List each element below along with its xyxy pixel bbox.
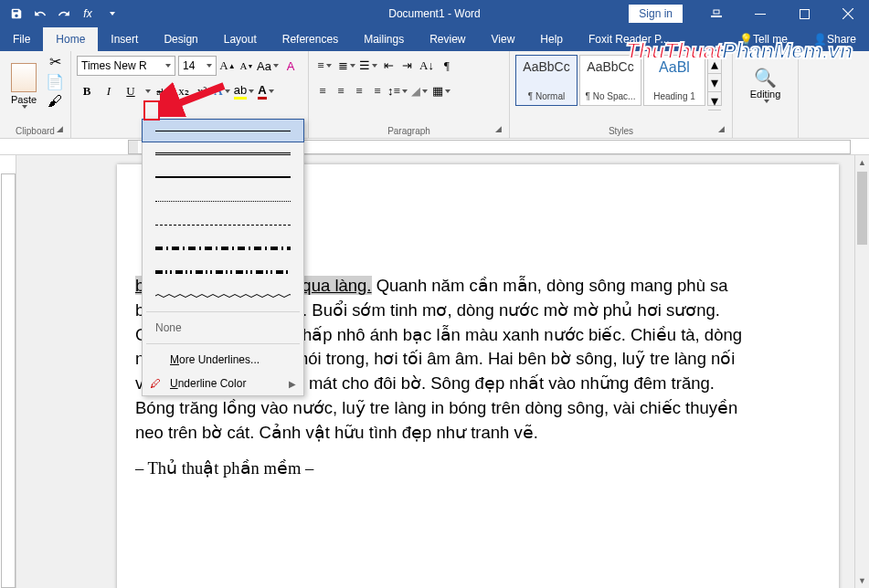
save-icon[interactable] — [5, 3, 27, 25]
tab-layout[interactable]: Layout — [211, 27, 270, 51]
shrink-font-icon[interactable]: A▼ — [238, 56, 255, 76]
highlight-color-button[interactable]: ab — [234, 81, 254, 101]
increase-indent-icon[interactable]: ⇥ — [398, 56, 415, 76]
font-name-combo[interactable]: Times New R — [77, 56, 175, 76]
group-editing: 🔍 Editing — [733, 51, 799, 138]
style-normal[interactable]: AaBbCc ¶ Normal — [515, 55, 578, 106]
svg-rect-2 — [755, 14, 766, 15]
editing-button[interactable]: 🔍 Editing — [738, 53, 792, 117]
cut-icon[interactable]: ✂ — [46, 53, 64, 69]
underline-button[interactable]: U — [121, 81, 141, 101]
share-button[interactable]: 👤 Share — [800, 27, 869, 51]
close-icon[interactable] — [827, 0, 869, 27]
tab-help[interactable]: Help — [527, 27, 576, 51]
styles-group-label: Styles — [510, 126, 732, 136]
tab-insert[interactable]: Insert — [98, 27, 151, 51]
change-case-button[interactable]: Aa — [258, 56, 278, 76]
tab-file[interactable]: File — [0, 27, 43, 51]
underline-dropdown-button[interactable] — [143, 81, 152, 101]
scroll-thumb[interactable] — [857, 172, 867, 245]
ruler-horizontal[interactable] — [0, 139, 869, 155]
grow-font-icon[interactable]: A▲ — [219, 56, 236, 76]
svg-rect-0 — [711, 16, 722, 17]
maximize-icon[interactable] — [783, 0, 825, 27]
underline-style-dotted[interactable] — [143, 189, 303, 213]
line-spacing-button[interactable]: ↕≡ — [387, 81, 408, 101]
fx-icon[interactable]: fx — [77, 3, 99, 25]
undo-icon[interactable] — [29, 3, 51, 25]
subscript-button[interactable]: x₂ — [175, 81, 192, 101]
submenu-arrow-icon: ▶ — [289, 379, 296, 389]
group-clipboard: Paste ✂ 📄 🖌 Clipboard ◢ — [0, 51, 71, 138]
multilevel-button[interactable]: ☰ — [358, 56, 378, 76]
shading-button[interactable]: ◢ — [409, 81, 429, 101]
underline-color[interactable]: 🖊 Underline Color ▶ — [143, 372, 303, 395]
group-paragraph: ≡ ≣ ☰ ⇤ ⇥ A↓ ¶ ≡ ≡ ≡ ≡ ↕≡ ◢ ▦ Paragraph … — [309, 51, 510, 138]
numbering-button[interactable]: ≣ — [336, 56, 356, 76]
ruler-vertical[interactable] — [0, 155, 16, 588]
tab-review[interactable]: Review — [417, 27, 478, 51]
vertical-scrollbar[interactable]: ▲ ▼ — [854, 155, 869, 588]
scroll-up-icon[interactable]: ▲ — [855, 155, 869, 170]
minimize-icon[interactable] — [739, 0, 781, 27]
paste-button[interactable]: Paste — [5, 53, 42, 119]
underline-more[interactable]: More Underlines... — [143, 348, 303, 372]
italic-button[interactable]: I — [99, 81, 119, 101]
quick-access-toolbar: fx — [0, 3, 128, 25]
signature-line[interactable]: – Thủ thuật phần mềm – — [135, 457, 747, 481]
superscript-button[interactable]: x² — [194, 81, 210, 101]
copy-icon[interactable]: 📄 — [46, 73, 64, 89]
strikethrough-button[interactable]: abc — [154, 81, 174, 101]
sign-in-button[interactable]: Sign in — [629, 5, 683, 23]
underline-style-dot-dot-dash[interactable] — [143, 260, 303, 284]
tab-view[interactable]: View — [479, 27, 528, 51]
underline-style-thick[interactable] — [143, 165, 303, 189]
document-title: Document1 - Word — [388, 7, 480, 20]
styles-scroll-up-icon[interactable]: ▴ — [708, 56, 721, 74]
clear-format-icon[interactable]: A — [281, 56, 301, 76]
tab-mailings[interactable]: Mailings — [351, 27, 417, 51]
align-left-icon[interactable]: ≡ — [314, 81, 331, 101]
ribbon: Paste ✂ 📄 🖌 Clipboard ◢ Times New R 14 A… — [0, 51, 869, 139]
styles-gallery-scroll[interactable]: ▴ ▾ ▾ — [707, 55, 722, 106]
font-color-button[interactable]: A — [256, 81, 276, 101]
justify-icon[interactable]: ≡ — [369, 81, 386, 101]
align-center-icon[interactable]: ≡ — [333, 81, 349, 101]
format-painter-icon[interactable]: 🖌 — [46, 93, 64, 110]
decrease-indent-icon[interactable]: ⇤ — [380, 56, 397, 76]
scroll-down-icon[interactable]: ▼ — [855, 573, 869, 588]
style-heading-1[interactable]: AaBl Heading 1 — [643, 55, 705, 106]
tab-home[interactable]: Home — [43, 27, 98, 51]
styles-scroll-down-icon[interactable]: ▾ — [708, 74, 721, 92]
show-marks-icon[interactable]: ¶ — [439, 56, 455, 76]
clipboard-launcher-icon[interactable]: ◢ — [57, 124, 68, 135]
underline-style-double[interactable] — [143, 142, 303, 165]
style-no-spacing[interactable]: AaBbCc ¶ No Spac... — [579, 55, 641, 106]
underline-style-dashed[interactable] — [143, 213, 303, 236]
text-effects-button[interactable]: A — [212, 81, 232, 101]
underline-none[interactable]: None — [143, 316, 303, 340]
underline-style-wave[interactable] — [143, 284, 303, 308]
underline-style-single[interactable] — [142, 119, 304, 142]
paragraph-launcher-icon[interactable]: ◢ — [495, 124, 506, 135]
qat-customize-icon[interactable] — [101, 3, 122, 25]
bold-button[interactable]: B — [77, 81, 97, 101]
font-size-value: 14 — [183, 59, 195, 72]
underline-style-menu: None More Underlines... 🖊 Underline Colo… — [142, 119, 304, 396]
borders-button[interactable]: ▦ — [431, 81, 451, 101]
paste-icon — [11, 63, 37, 92]
editing-label: Editing — [750, 89, 781, 100]
styles-expand-icon[interactable]: ▾ — [708, 92, 721, 110]
underline-style-dot-dash[interactable] — [143, 236, 303, 260]
tab-foxit[interactable]: Foxit Reader P... — [576, 27, 683, 51]
tab-references[interactable]: References — [270, 27, 351, 51]
ribbon-display-icon[interactable] — [695, 0, 737, 27]
styles-launcher-icon[interactable]: ◢ — [718, 124, 729, 135]
redo-icon[interactable] — [53, 3, 75, 25]
tell-me[interactable]: 💡 Tell me — [726, 27, 800, 51]
sort-icon[interactable]: A↓ — [417, 56, 437, 76]
tab-design[interactable]: Design — [151, 27, 210, 51]
bullets-button[interactable]: ≡ — [314, 56, 334, 76]
align-right-icon[interactable]: ≡ — [351, 81, 367, 101]
font-size-combo[interactable]: 14 — [178, 56, 217, 76]
